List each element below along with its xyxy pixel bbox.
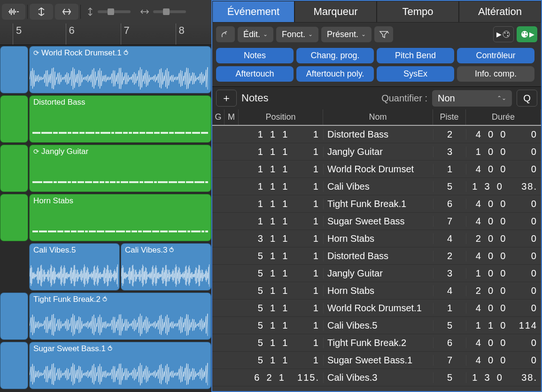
cell-position[interactable]: 5 1 1 1 (239, 338, 323, 348)
cell-name[interactable]: Tight Funk Break.2 (323, 338, 433, 348)
cell-name[interactable]: Jangly Guitar (323, 146, 433, 157)
event-row[interactable]: 5 1 1 1Distorted Bass24 0 0 0 (212, 247, 541, 265)
cell-track[interactable]: 5 (433, 320, 466, 331)
cell-duration[interactable]: 4 0 0 0 (466, 303, 541, 314)
cell-track[interactable]: 5 (433, 372, 466, 383)
cell-position[interactable]: 1 1 1 1 (239, 181, 323, 192)
track-clip[interactable]: Horn Stabs (29, 194, 211, 241)
cell-track[interactable]: 1 (433, 303, 466, 314)
cell-track[interactable]: 6 (433, 199, 466, 209)
cell-name[interactable]: Sugar Sweet Bass.1 (323, 355, 433, 366)
filter-pill[interactable]: Notes (216, 48, 294, 63)
cell-name[interactable]: Distorted Bass (323, 129, 433, 140)
col-m[interactable]: M (225, 109, 239, 125)
cell-name[interactable]: Distorted Bass (323, 251, 433, 261)
cell-name[interactable]: Tight Funk Break.1 (323, 199, 433, 209)
cell-name[interactable]: World Rock Drumset (323, 164, 433, 175)
filter-pill[interactable]: Aftertouch poly. (296, 66, 374, 82)
cell-track[interactable]: 4 (433, 233, 466, 244)
clip-stub[interactable] (0, 292, 28, 340)
view-menu[interactable]: Présent.⌄ (321, 27, 372, 42)
filter-pill[interactable]: Pitch Bend (377, 48, 454, 63)
cell-name[interactable]: Horn Stabs (323, 233, 433, 244)
filter-pill[interactable]: Chang. prog. (296, 48, 374, 63)
col-position[interactable]: Position (239, 109, 323, 125)
cell-track[interactable]: 2 (433, 129, 466, 140)
add-event-button[interactable]: ＋ (216, 90, 237, 107)
link-icon[interactable] (216, 26, 235, 42)
cell-track[interactable]: 1 (433, 164, 466, 175)
cell-name[interactable]: Jangly Guitar (323, 268, 433, 279)
cell-name[interactable]: Cali Vibes.5 (323, 320, 433, 331)
horizontal-zoom-slider[interactable] (136, 8, 190, 15)
clip-stub[interactable] (0, 95, 28, 143)
event-row[interactable]: 1 1 1 1Cali Vibes51 3 0 38. (212, 178, 541, 195)
waveform-tool-icon[interactable] (2, 4, 25, 20)
cell-track[interactable]: 7 (433, 355, 466, 366)
cell-duration[interactable]: 4 0 0 0 (466, 355, 541, 366)
track-clip[interactable]: ⟳World Rock Drumset.1⥀ (29, 46, 211, 93)
event-row[interactable]: 5 1 1 1Cali Vibes.551 1 0 114 (212, 317, 541, 334)
cell-name[interactable]: Cali Vibes (323, 181, 433, 192)
cell-position[interactable]: 1 1 1 1 (239, 199, 323, 209)
cell-position[interactable]: 5 1 1 1 (239, 355, 323, 366)
event-row[interactable]: 1 1 1 1World Rock Drumset14 0 0 0 (212, 161, 541, 178)
track-clip[interactable]: Distorted Bass (29, 95, 211, 143)
cell-track[interactable]: 6 (433, 338, 466, 348)
cell-duration[interactable]: 4 0 0 0 (466, 199, 541, 209)
filter-pill[interactable]: Contrôleur (457, 48, 534, 63)
event-row[interactable]: 5 1 1 1Sugar Sweet Bass.174 0 0 0 (212, 352, 541, 369)
cell-track[interactable]: 4 (433, 285, 466, 296)
cell-duration[interactable]: 1 0 0 0 (466, 268, 541, 279)
timeline-ruler[interactable]: 5 6 7 8 (0, 23, 211, 45)
filter-pill[interactable]: SysEx (377, 66, 454, 82)
cell-duration[interactable]: 4 0 0 0 (466, 129, 541, 140)
tab-altération[interactable]: Altération (459, 1, 541, 23)
cell-track[interactable]: 5 (433, 181, 466, 192)
event-row[interactable]: 5 1 1 1Horn Stabs42 0 0 0 (212, 282, 541, 300)
cell-position[interactable]: 3 1 1 1 (239, 233, 323, 244)
horizontal-zoom-icon[interactable] (55, 4, 78, 20)
track-clip[interactable]: Tight Funk Break.2⥀ (29, 292, 211, 340)
event-row[interactable]: 1 1 1 1Sugar Sweet Bass74 0 0 0 (212, 213, 541, 230)
cell-duration[interactable]: 1 3 0 38. (466, 372, 541, 383)
cell-position[interactable]: 5 1 1 1 (239, 251, 323, 261)
filter-pill[interactable]: Info. comp. (457, 66, 534, 82)
vertical-zoom-slider[interactable] (83, 7, 134, 16)
cell-position[interactable]: 5 1 1 1 (239, 320, 323, 331)
cell-duration[interactable]: 1 3 0 38. (466, 181, 541, 192)
edit-menu[interactable]: Édit.⌄ (238, 27, 273, 42)
cell-position[interactable]: 1 1 1 1 (239, 146, 323, 157)
col-track[interactable]: Piste (433, 109, 466, 125)
cell-position[interactable]: 1 1 1 1 (239, 129, 323, 140)
cell-track[interactable]: 2 (433, 251, 466, 261)
cell-track[interactable]: 7 (433, 216, 466, 227)
event-row[interactable]: 1 1 1 1Jangly Guitar31 0 0 0 (212, 143, 541, 161)
track-clip[interactable]: Sugar Sweet Bass.1⥀ (29, 342, 211, 389)
tab-marqueur[interactable]: Marqueur (294, 1, 377, 23)
event-row[interactable]: 1 1 1 1Tight Funk Break.164 0 0 0 (212, 195, 541, 213)
cell-position[interactable]: 6 2 1 115. (239, 372, 323, 383)
track-clip[interactable]: Cali Vibes.5 (29, 243, 120, 291)
track-clip[interactable]: Cali Vibes.3⥀ (121, 243, 211, 291)
cell-duration[interactable]: 4 0 0 0 (466, 216, 541, 227)
cell-position[interactable]: 5 1 1 1 (239, 303, 323, 314)
clip-stub[interactable] (0, 194, 28, 241)
cell-position[interactable]: 5 1 1 1 (239, 285, 323, 296)
track-clip[interactable]: ⟳Jangly Guitar (29, 145, 211, 192)
event-row[interactable]: 1 1 1 1Distorted Bass24 0 0 0 (212, 126, 541, 143)
clip-stub[interactable] (0, 342, 28, 389)
event-row[interactable]: 6 2 1 115.Cali Vibes.351 3 0 38. (212, 369, 541, 386)
col-name[interactable]: Nom (323, 109, 433, 125)
cell-duration[interactable]: 4 0 0 0 (466, 164, 541, 175)
cell-duration[interactable]: 4 0 0 0 (466, 338, 541, 348)
clip-stub[interactable] (0, 145, 28, 192)
event-row[interactable]: 5 1 1 1Tight Funk Break.264 0 0 0 (212, 334, 541, 352)
tab-événement[interactable]: Événement (212, 1, 294, 23)
cell-track[interactable]: 3 (433, 146, 466, 157)
filter-icon[interactable] (374, 26, 393, 42)
event-row[interactable]: 3 1 1 1Horn Stabs42 0 0 0 (212, 230, 541, 247)
cell-position[interactable]: 5 1 1 1 (239, 268, 323, 279)
cell-duration[interactable]: 4 0 0 0 (466, 251, 541, 261)
palette-off-icon[interactable]: ▶ (493, 26, 514, 42)
